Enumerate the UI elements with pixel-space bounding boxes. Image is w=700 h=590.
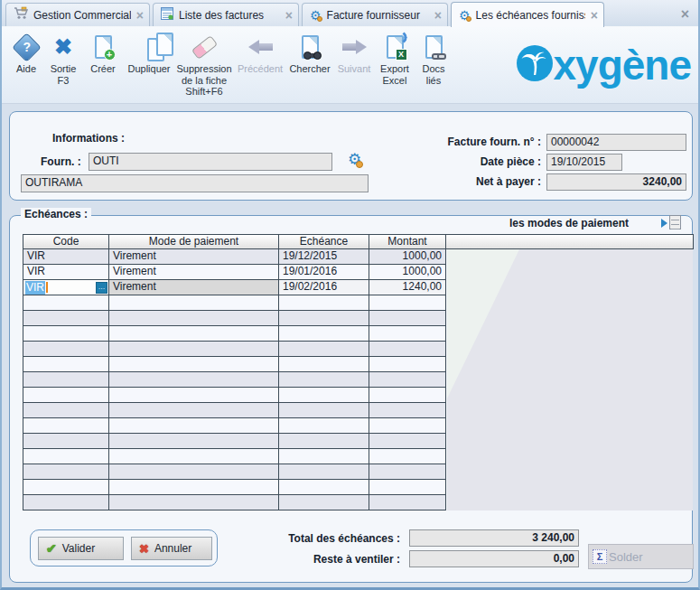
cell-code[interactable]	[23, 388, 109, 403]
creer-button[interactable]: + Créer	[82, 31, 124, 103]
docs-lies-button[interactable]: Docs liés	[415, 31, 453, 103]
tab-close-icon[interactable]: ×	[285, 9, 293, 22]
table-row-editing[interactable]: VIR ... Virement 19/02/2016 1240,00	[23, 280, 447, 295]
cell-echeance[interactable]	[279, 388, 369, 403]
tab-les-echeances-fournisseurs[interactable]: ⚙ Les échéances fournisseurs ×	[451, 2, 604, 27]
table-row-empty[interactable]	[23, 449, 447, 464]
cell-montant[interactable]	[369, 403, 446, 418]
solder-button[interactable]: Σ Solder	[588, 544, 694, 569]
cell-code[interactable]	[23, 311, 109, 326]
tab-gestion-commerciale[interactable]: Gestion Commerciale ×	[5, 3, 150, 26]
table-row-empty[interactable]	[23, 311, 447, 326]
cell-echeance[interactable]	[279, 372, 369, 388]
cell-echeance[interactable]	[279, 357, 369, 372]
suppression-button[interactable]: Suppression de la fiche Shift+F6	[174, 31, 234, 103]
cell-mode[interactable]	[109, 295, 279, 311]
precedent-button[interactable]: Précédent	[234, 31, 286, 103]
cell-mode[interactable]: Virement	[109, 265, 279, 280]
cell-montant[interactable]	[369, 295, 446, 311]
cell-mode[interactable]	[109, 388, 279, 403]
tab-close-icon[interactable]: ×	[136, 9, 144, 22]
cell-echeance[interactable]	[279, 434, 369, 449]
fournisseur-lookup-gear-icon[interactable]: ⚙	[348, 152, 361, 167]
cell-montant[interactable]: 1000,00	[369, 249, 446, 265]
cell-code[interactable]	[23, 449, 109, 464]
cell-echeance[interactable]	[279, 418, 369, 434]
cell-code[interactable]	[23, 357, 109, 372]
cell-montant[interactable]: 1000,00	[369, 265, 446, 280]
date-piece-field[interactable]: 19/10/2015	[546, 154, 622, 171]
cell-montant[interactable]	[369, 495, 446, 510]
cell-mode[interactable]	[109, 434, 279, 449]
aide-button[interactable]: ? Aide	[8, 31, 44, 103]
table-row-empty[interactable]	[23, 480, 447, 495]
cell-mode[interactable]	[109, 495, 279, 510]
table-row[interactable]: VIR Virement 19/12/2015 1000,00	[23, 249, 447, 265]
cell-code[interactable]	[23, 403, 109, 418]
cell-echeance[interactable]	[279, 342, 369, 357]
cell-code[interactable]	[23, 295, 109, 311]
table-row-empty[interactable]	[23, 418, 447, 434]
table-row-empty[interactable]	[23, 495, 447, 510]
fournisseur-code-field[interactable]: OUTI	[89, 153, 332, 171]
tab-liste-des-factures[interactable]: Liste des factures ×	[153, 3, 299, 26]
cell-montant[interactable]: 1240,00	[369, 280, 446, 295]
tab-close-icon[interactable]: ×	[591, 9, 598, 22]
dupliquer-button[interactable]: Dupliquer	[124, 31, 174, 103]
chercher-button[interactable]: Chercher	[286, 31, 333, 103]
cell-montant[interactable]	[369, 357, 446, 372]
cell-mode[interactable]: Virement	[109, 249, 279, 265]
cell-montant[interactable]	[369, 311, 446, 326]
cell-echeance[interactable]: 19/01/2016	[279, 265, 369, 280]
net-a-payer-field[interactable]: 3240,00	[546, 173, 686, 191]
cell-mode[interactable]	[109, 403, 279, 418]
table-row-empty[interactable]	[23, 372, 447, 388]
tabbar-close-icon[interactable]: ×	[681, 6, 689, 23]
cell-echeance[interactable]	[279, 326, 369, 342]
cell-code-editing[interactable]: VIR ...	[23, 280, 109, 295]
table-row-empty[interactable]	[23, 357, 447, 372]
table-row-empty[interactable]	[23, 464, 447, 480]
cell-mode[interactable]	[109, 342, 279, 357]
table-row-empty[interactable]	[23, 403, 447, 418]
suivant-button[interactable]: Suivant	[333, 31, 375, 103]
cell-mode[interactable]	[109, 357, 279, 372]
cell-echeance[interactable]	[279, 480, 369, 495]
cell-echeance[interactable]	[279, 495, 369, 510]
cell-montant[interactable]	[369, 342, 446, 357]
cell-mode[interactable]: Virement	[109, 280, 279, 295]
annuler-button[interactable]: ✖ Annuler	[131, 537, 212, 560]
table-row-empty[interactable]	[23, 326, 447, 342]
export-excel-button[interactable]: X Export Excel	[375, 31, 415, 103]
cell-code[interactable]	[23, 495, 109, 510]
cell-echeance[interactable]	[279, 464, 369, 480]
cell-mode[interactable]	[109, 418, 279, 434]
cell-code[interactable]	[23, 434, 109, 449]
cell-code[interactable]	[23, 464, 109, 480]
cell-echeance[interactable]	[279, 295, 369, 311]
table-row-empty[interactable]	[23, 388, 447, 403]
facture-numero-field[interactable]: 00000042	[546, 134, 686, 151]
cell-code[interactable]: VIR	[23, 265, 109, 280]
cell-montant[interactable]	[369, 434, 446, 449]
fournisseur-name-field[interactable]: OUTIRAMA	[21, 174, 369, 192]
cell-montant[interactable]	[369, 418, 446, 434]
cell-echeance[interactable]: 19/12/2015	[279, 249, 369, 265]
sortie-button[interactable]: ✖ Sortie F3	[44, 31, 82, 103]
table-row-empty[interactable]	[23, 295, 447, 311]
cell-mode[interactable]	[109, 464, 279, 480]
cell-montant[interactable]	[369, 388, 446, 403]
table-row-empty[interactable]	[23, 434, 447, 449]
cell-echeance[interactable]	[279, 403, 369, 418]
cell-echeance[interactable]	[279, 311, 369, 326]
cell-code[interactable]	[23, 480, 109, 495]
cell-echeance[interactable]: 19/02/2016	[279, 280, 369, 295]
cell-lookup-button[interactable]: ...	[96, 282, 107, 294]
cell-echeance[interactable]	[279, 449, 369, 464]
table-row-empty[interactable]	[23, 342, 447, 357]
cell-mode[interactable]	[109, 449, 279, 464]
cell-montant[interactable]	[369, 464, 446, 480]
cell-montant[interactable]	[369, 480, 446, 495]
tab-facture-fournisseur[interactable]: ⚙ Facture fournisseur ×	[302, 3, 448, 26]
cell-code[interactable]: VIR	[23, 249, 109, 265]
